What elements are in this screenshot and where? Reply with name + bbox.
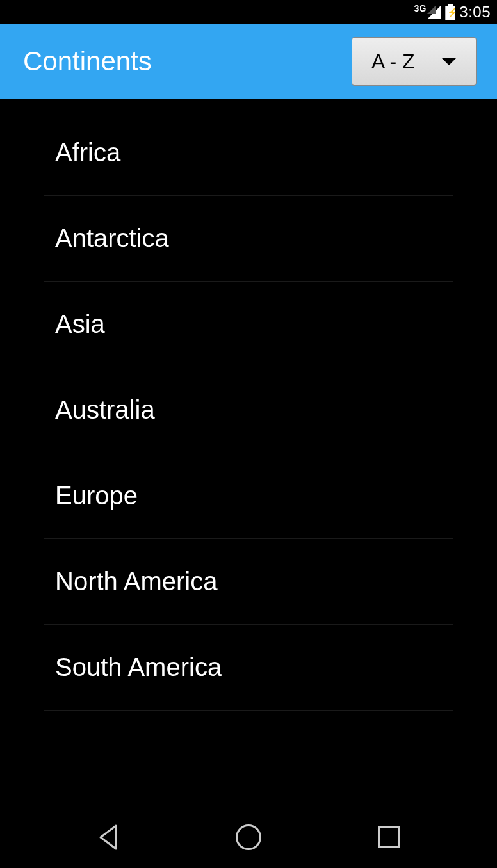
list-item[interactable]: Africa [44,110,453,196]
home-button[interactable] [233,822,264,853]
continent-list: Africa Antarctica Asia Australia Europe … [0,99,497,711]
page-title: Continents [23,46,152,77]
battery-charging-icon [445,4,455,20]
back-icon [97,823,120,851]
list-item-label: Africa [55,138,120,167]
list-item[interactable]: Antarctica [44,196,453,282]
recent-apps-icon [378,826,400,848]
home-icon [236,824,261,850]
signal-icon [427,5,441,19]
status-bar: 3G 3:05 [0,0,497,24]
clock: 3:05 [459,3,491,21]
back-button[interactable] [93,822,124,853]
list-item[interactable]: Asia [44,282,453,367]
sort-dropdown[interactable]: A - Z [352,37,477,86]
recent-apps-button[interactable] [373,822,404,853]
list-item-label: Europe [55,481,138,510]
list-item-label: Antarctica [55,224,169,253]
list-item-label: North America [55,567,217,596]
navigation-bar [0,807,497,868]
list-item[interactable]: North America [44,539,453,625]
list-item[interactable]: South America [44,625,453,711]
list-item[interactable]: Europe [44,453,453,539]
network-indicator: 3G [414,3,427,13]
list-item[interactable]: Australia [44,367,453,453]
sort-dropdown-label: A - Z [371,50,415,74]
list-item-label: South America [55,653,222,682]
app-bar: Continents A - Z [0,24,497,99]
list-item-label: Asia [55,310,105,339]
chevron-down-icon [441,58,457,65]
list-item-label: Australia [55,396,155,424]
